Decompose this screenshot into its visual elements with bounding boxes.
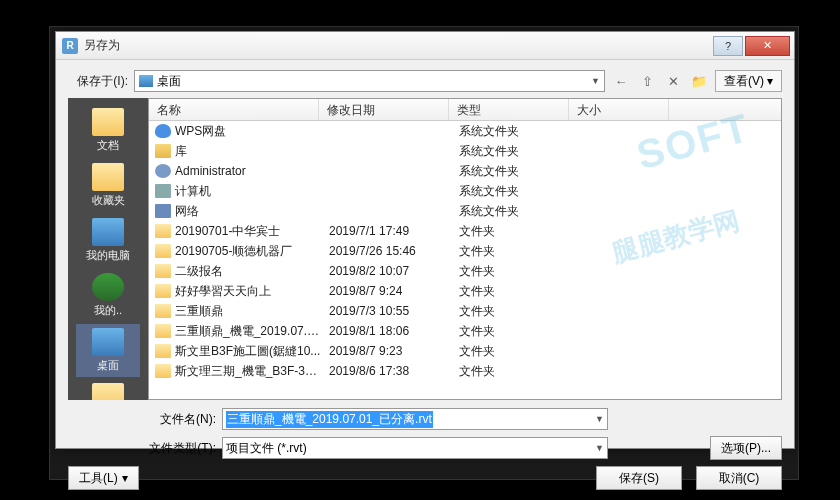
sidebar-label: 桌面 [97,358,119,373]
col-type[interactable]: 类型 [449,99,569,120]
col-name[interactable]: 名称 [149,99,319,120]
filename-row: 文件名(N): 三重順鼎_機電_2019.07.01_已分离.rvt ▼ [68,408,782,430]
file-date: 2019/8/2 10:07 [321,264,451,278]
close-button[interactable]: ✕ [745,36,790,56]
chevron-down-icon[interactable]: ▼ [595,414,604,424]
fold-icon [155,284,171,298]
main-area: 文档收藏夹我的电脑我的..桌面 SOFT 腿腿教学网 名称 修改日期 类型 大小… [68,98,782,400]
new-folder-icon[interactable]: 📁 [689,72,709,90]
sidebar-item-2[interactable]: 我的电脑 [76,214,140,267]
file-name: Administrator [175,164,321,178]
file-type: 系统文件夹 [451,183,571,200]
file-name: 斯文里B3F施工圖(鋸縫10... [175,343,321,360]
filename-input[interactable]: 三重順鼎_機電_2019.07.01_已分离.rvt ▼ [222,408,608,430]
chevron-down-icon[interactable]: ▼ [595,443,604,453]
file-type: 文件夹 [451,303,571,320]
file-row[interactable]: 计算机系统文件夹 [149,181,781,201]
dialog-body: 保存于(I): 桌面 ▼ ← ⇧ ✕ 📁 查看(V)▾ 文档收藏夹我的电脑我的.… [56,60,794,500]
col-date[interactable]: 修改日期 [319,99,449,120]
file-row[interactable]: 库系统文件夹 [149,141,781,161]
options-button[interactable]: 选项(P)... [710,436,782,460]
nav-icons: ← ⇧ ✕ 📁 [611,72,709,90]
file-date: 2019/8/1 18:06 [321,324,451,338]
file-list-area: SOFT 腿腿教学网 名称 修改日期 类型 大小 WPS网盘系统文件夹库系统文件… [148,98,782,400]
filename-label: 文件名(N): [68,411,216,428]
save-in-label: 保存于(I): [68,73,128,90]
file-row[interactable]: 二级报名2019/8/2 10:07文件夹 [149,261,781,281]
file-row[interactable]: WPS网盘系统文件夹 [149,121,781,141]
places-sidebar: 文档收藏夹我的电脑我的..桌面 [68,98,148,400]
file-type: 文件夹 [451,243,571,260]
folder-icon [92,108,124,136]
filetype-select[interactable]: 项目文件 (*.rvt) ▼ [222,437,608,459]
net-icon [155,204,171,218]
sidebar-label: 我的电脑 [86,248,130,263]
file-type: 系统文件夹 [451,203,571,220]
fold-icon [155,344,171,358]
file-name: 库 [175,143,321,160]
save-button[interactable]: 保存(S) [596,466,682,490]
file-row[interactable]: 20190701-中华宾士2019/7/1 17:49文件夹 [149,221,781,241]
lib-icon [155,144,171,158]
file-type: 文件夹 [451,343,571,360]
sidebar-item-3[interactable]: 我的.. [76,269,140,322]
fold-icon [155,364,171,378]
sidebar-item-0[interactable]: 文档 [76,104,140,157]
file-name: 计算机 [175,183,321,200]
file-row[interactable]: 三重順鼎_機電_2019.07.0...2019/8/1 18:06文件夹 [149,321,781,341]
file-type: 文件夹 [451,323,571,340]
column-headers: 名称 修改日期 类型 大小 [149,99,781,121]
sidebar-item-5[interactable] [76,379,140,400]
chevron-down-icon: ▼ [591,76,600,86]
file-date: 2019/8/7 9:23 [321,344,451,358]
file-type: 文件夹 [451,223,571,240]
file-date: 2019/8/6 17:38 [321,364,451,378]
save-location-text: 桌面 [157,73,181,90]
dialog-title: 另存为 [84,37,120,54]
help-button[interactable]: ? [713,36,743,56]
file-row[interactable]: 网络系统文件夹 [149,201,781,221]
titlebar: R 另存为 ? ✕ [56,32,794,60]
file-row[interactable]: 20190705-顺德机器厂2019/7/26 15:46文件夹 [149,241,781,261]
up-icon[interactable]: ⇧ [637,72,657,90]
save-in-row: 保存于(I): 桌面 ▼ ← ⇧ ✕ 📁 查看(V)▾ [68,70,782,92]
input-rows: 文件名(N): 三重順鼎_機電_2019.07.01_已分离.rvt ▼ 文件类… [68,408,782,460]
sidebar-label: 收藏夹 [92,193,125,208]
action-buttons: 保存(S) 取消(C) [596,466,782,490]
file-name: 网络 [175,203,321,220]
file-type: 系统文件夹 [451,123,571,140]
file-row[interactable]: 斯文理三期_機電_B3F-3F...2019/8/6 17:38文件夹 [149,361,781,381]
file-type: 系统文件夹 [451,143,571,160]
save-as-dialog: R 另存为 ? ✕ 保存于(I): 桌面 ▼ ← ⇧ ✕ 📁 查看(V)▾ 文档… [55,31,795,449]
file-row[interactable]: 三重順鼎2019/7/3 10:55文件夹 [149,301,781,321]
file-date: 2019/7/3 10:55 [321,304,451,318]
file-list[interactable]: WPS网盘系统文件夹库系统文件夹Administrator系统文件夹计算机系统文… [149,121,781,399]
user-icon [155,164,171,178]
file-name: 20190701-中华宾士 [175,223,321,240]
filetype-label: 文件类型(T): [68,440,216,457]
view-button[interactable]: 查看(V)▾ [715,70,782,92]
monitor-icon [92,328,124,356]
save-location-select[interactable]: 桌面 ▼ [134,70,605,92]
cloud-icon [155,124,171,138]
fold-icon [155,244,171,258]
tools-button[interactable]: 工具(L)▾ [68,466,139,490]
sidebar-label: 文档 [97,138,119,153]
file-name: 斯文理三期_機電_B3F-3F... [175,363,321,380]
comp-icon [155,184,171,198]
file-row[interactable]: 好好學習天天向上2019/8/7 9:24文件夹 [149,281,781,301]
file-name: WPS网盘 [175,123,321,140]
file-name: 20190705-顺德机器厂 [175,243,321,260]
monitor-icon [92,218,124,246]
cancel-button[interactable]: 取消(C) [696,466,782,490]
col-size[interactable]: 大小 [569,99,669,120]
file-row[interactable]: 斯文里B3F施工圖(鋸縫10...2019/8/7 9:23文件夹 [149,341,781,361]
folder-icon [92,163,124,191]
sidebar-item-1[interactable]: 收藏夹 [76,159,140,212]
fold-icon [155,224,171,238]
file-row[interactable]: Administrator系统文件夹 [149,161,781,181]
delete-icon[interactable]: ✕ [663,72,683,90]
back-icon[interactable]: ← [611,72,631,90]
file-date: 2019/7/26 15:46 [321,244,451,258]
sidebar-item-4[interactable]: 桌面 [76,324,140,377]
